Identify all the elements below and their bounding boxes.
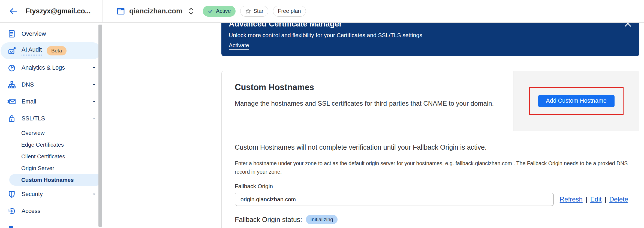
domain-switch-chevrons-icon[interactable]	[188, 7, 195, 15]
edit-link[interactable]: Edit	[590, 196, 601, 203]
sidebar-subitem-label: Edge Certificates	[21, 141, 64, 148]
back-arrow-icon[interactable]	[9, 7, 18, 16]
close-icon[interactable]	[624, 23, 632, 28]
sitemap-icon	[7, 80, 16, 89]
status-badge-active: Active	[203, 6, 235, 17]
pie-chart-icon	[7, 63, 16, 72]
card-title: Custom Hostnames	[235, 82, 500, 92]
highlight-annotation-box: Add Custom Hostname	[529, 87, 624, 115]
sidebar-subitem-origin-server[interactable]: Origin Server	[0, 162, 103, 174]
sidebar-item-access[interactable]: Access	[0, 203, 103, 220]
sidebar-item-label: Email	[22, 98, 86, 105]
fallback-origin-input[interactable]	[235, 193, 554, 206]
chevron-down-icon	[91, 82, 97, 87]
delete-link[interactable]: Delete	[609, 196, 628, 203]
fallback-origin-status-label: Fallback Origin status:	[235, 216, 302, 224]
sidebar-subitem-label: Origin Server	[21, 165, 54, 171]
account-name[interactable]: Ftyszyx@gmail.co...	[26, 7, 91, 15]
shield-icon	[7, 190, 16, 199]
sidebar-item-ai-audit[interactable]: AI Audit Beta	[1, 42, 101, 59]
fallback-origin-section: Custom Hostnames will not complete verif…	[222, 131, 639, 228]
refresh-link[interactable]: Refresh	[560, 196, 583, 203]
sidebar-item-overview[interactable]: Overview	[0, 25, 103, 42]
clipped-sidebar-icon	[9, 226, 13, 228]
sidebar-item-label: Security	[22, 191, 86, 198]
sidebar-item-label: DNS	[22, 81, 86, 88]
banner-description: Unlock more control and flexibility for …	[229, 32, 623, 39]
plan-badge[interactable]: Free plan	[273, 6, 306, 17]
banner-title: Advanced Certificate Manager	[229, 23, 623, 29]
add-custom-hostname-button[interactable]: Add Custom Hostname	[538, 95, 615, 107]
sidebar-subitem-label: Client Certificates	[21, 153, 65, 160]
plan-badge-label: Free plan	[278, 8, 301, 14]
sidebar-item-ssl-tls[interactable]: SSL/TLS	[0, 110, 103, 127]
domain-badges: Active Star Free plan	[203, 6, 306, 17]
browser-window-icon	[116, 7, 125, 16]
clipboard-icon	[7, 29, 16, 38]
sidebar-item-label: Access	[22, 208, 97, 215]
chevron-down-icon	[91, 65, 97, 70]
domain-selector[interactable]: qiancizhan.com	[103, 7, 195, 16]
sidebar-item-label: Analytics & Logs	[22, 64, 86, 71]
robot-icon	[7, 46, 16, 55]
chevron-down-icon	[91, 99, 97, 104]
chevron-down-icon	[91, 191, 97, 197]
sidebar-scrollbar[interactable]	[98, 25, 102, 227]
sidebar-subitem-label: Custom Hostnames	[21, 177, 74, 183]
beta-badge: Beta	[47, 46, 67, 55]
acm-promo-banner: Advanced Certificate Manager Unlock more…	[221, 23, 639, 56]
sidebar-item-email[interactable]: Email	[0, 93, 103, 110]
login-arrow-icon	[7, 207, 16, 215]
lock-icon	[7, 114, 16, 123]
sidebar-subitem-custom-hostnames[interactable]: Custom Hostnames	[9, 174, 102, 186]
card-description: Manage the hostnames and SSL certificate…	[235, 98, 500, 109]
fallback-origin-actions: Refresh | Edit | Delete	[560, 196, 628, 203]
sidebar-item-dns[interactable]: DNS	[0, 76, 103, 93]
fallback-origin-label: Fallback Origin	[235, 183, 628, 189]
header-account-section: Ftyszyx@gmail.co...	[0, 0, 103, 22]
sidebar-item-analytics[interactable]: Analytics & Logs	[0, 59, 103, 76]
fallback-origin-help: Enter a hostname under your zone to act …	[235, 159, 628, 176]
star-icon	[245, 8, 251, 14]
main-content: Advanced Certificate Manager Unlock more…	[103, 23, 644, 228]
star-button[interactable]: Star	[240, 6, 269, 17]
check-icon	[207, 8, 213, 14]
sidebar-item-security[interactable]: Security	[0, 186, 103, 203]
envelope-icon	[7, 97, 16, 106]
card-action-panel: Add Custom Hostname	[513, 71, 639, 131]
top-header: Ftyszyx@gmail.co... qiancizhan.com Activ…	[0, 0, 644, 23]
chevron-up-icon	[91, 116, 97, 121]
fallback-origin-status-badge: Initializing	[306, 215, 337, 224]
custom-hostnames-card: Custom Hostnames Manage the hostnames an…	[221, 71, 639, 228]
cloudflare-dashboard: Ftyszyx@gmail.co... qiancizhan.com Activ…	[0, 0, 644, 228]
link-separator: |	[604, 196, 606, 203]
sidebar-item-label: AI Audit	[22, 46, 42, 55]
sidebar-subitem-label: Overview	[21, 130, 44, 136]
link-separator: |	[586, 196, 587, 203]
activate-link[interactable]: Activate	[229, 42, 249, 50]
domain-name: qiancizhan.com	[129, 7, 182, 15]
sidebar-item-label: SSL/TLS	[22, 115, 86, 122]
sidebar-nav: Overview AI Audit Beta Analytics & Logs	[0, 23, 103, 228]
sidebar-subitem-edge-certificates[interactable]: Edge Certificates	[0, 139, 103, 150]
active-badge-label: Active	[216, 8, 231, 14]
sidebar-item-label: Overview	[22, 31, 97, 37]
star-button-label: Star	[254, 8, 264, 14]
sidebar-subitem-client-certificates[interactable]: Client Certificates	[0, 150, 103, 162]
sidebar-subitem-ssl-overview[interactable]: Overview	[0, 127, 103, 139]
verification-notice: Custom Hostnames will not complete verif…	[235, 143, 628, 151]
